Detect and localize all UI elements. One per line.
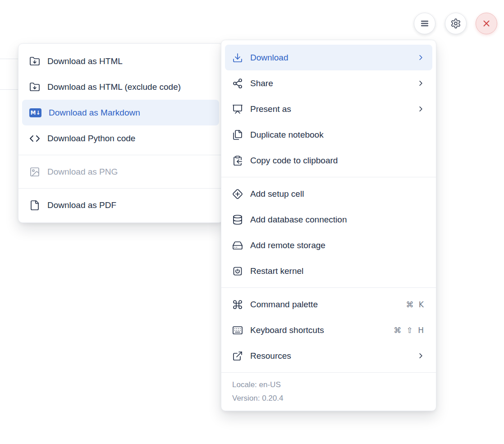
menu-item-duplicate-notebook[interactable]: Duplicate notebook: [221, 122, 436, 148]
menu-separator: [221, 177, 436, 177]
power-square-icon: [232, 266, 243, 277]
close-icon: [481, 18, 491, 28]
hamburger-menu-button[interactable]: [414, 13, 435, 34]
file-icon: [29, 200, 40, 211]
menu-item-download-as-png: Download as PNG: [18, 159, 223, 185]
menu-footer: Locale: en-US Version: 0.20.4: [221, 373, 436, 411]
menu-item-label: Command palette: [250, 300, 399, 310]
menu-item-label: Add database connection: [250, 215, 425, 225]
menu-item-add-setup-cell[interactable]: Add setup cell: [221, 181, 436, 207]
menu-separator: [221, 287, 436, 288]
chevron-right-icon: [417, 352, 425, 360]
duplicate-files-icon: [232, 130, 243, 140]
chevron-right-icon: [417, 105, 425, 113]
menu-item-label: Download: [250, 53, 409, 63]
menu-item-label: Download as HTML (exclude code): [47, 82, 212, 92]
locale-text: Locale: en-US: [232, 378, 425, 392]
menu-item-restart-kernel[interactable]: Restart kernel: [221, 258, 436, 284]
menu-item-share[interactable]: Share: [221, 70, 436, 96]
menu-item-download-python-code[interactable]: Download Python code: [18, 125, 223, 151]
command-icon: [232, 299, 243, 310]
menu-separator: [18, 155, 223, 155]
keyboard-icon: [232, 325, 243, 336]
menu-item-label: Download Python code: [47, 134, 212, 143]
menu-item-label: Add remote storage: [250, 240, 425, 250]
close-button[interactable]: [476, 13, 497, 34]
menu-item-label: Duplicate notebook: [250, 130, 425, 140]
menu-item-label: Copy code to clipboard: [250, 156, 425, 166]
menu-item-add-database-connection[interactable]: Add database connection: [221, 207, 436, 232]
folder-down-icon: [29, 56, 40, 67]
menu-item-label: Download as HTML: [47, 56, 212, 66]
database-icon: [232, 214, 243, 225]
menu-item-add-remote-storage[interactable]: Add remote storage: [221, 232, 436, 258]
code-icon: [29, 133, 40, 144]
menu-item-copy-code-to-clipboard[interactable]: Copy code to clipboard: [221, 148, 436, 173]
menu-item-download[interactable]: Download: [225, 45, 432, 70]
external-link-icon: [232, 351, 243, 361]
menu-item-present-as[interactable]: Present as: [221, 96, 436, 122]
menu-item-label: Keyboard shortcuts: [250, 325, 386, 335]
download-submenu: Download as HTML Download as HTML (exclu…: [18, 43, 223, 223]
menu-item-keyboard-shortcuts[interactable]: Keyboard shortcuts ⌘ ⇧ H: [221, 317, 436, 343]
markdown-icon: M↓: [29, 108, 41, 117]
menu-item-download-as-pdf[interactable]: Download as PDF: [18, 192, 223, 218]
chevron-right-icon: [417, 53, 425, 62]
menu-item-download-as-markdown[interactable]: M↓ Download as Markdown: [22, 100, 219, 125]
menu-item-label: Resources: [250, 351, 409, 361]
image-icon: [29, 166, 40, 177]
menu-item-label: Present as: [250, 104, 409, 114]
folder-down-icon: [29, 82, 40, 92]
download-icon: [232, 52, 243, 63]
menu-item-download-as-html[interactable]: Download as HTML: [18, 48, 223, 74]
menu-item-label: Download as PNG: [47, 167, 212, 177]
hard-drive-icon: [232, 240, 243, 251]
share-icon: [232, 78, 243, 89]
shortcut-hint: ⌘ K: [406, 300, 425, 309]
menu-separator: [18, 188, 223, 189]
diamond-plus-icon: [232, 189, 243, 199]
menu-item-label: Restart kernel: [250, 266, 425, 276]
background-rule-line: [0, 59, 18, 59]
shortcut-hint: ⌘ ⇧ H: [394, 326, 425, 335]
menu-item-command-palette[interactable]: Command palette ⌘ K: [221, 291, 436, 317]
hamburger-menu-icon: [419, 18, 430, 29]
presentation-icon: [232, 104, 243, 115]
menu-item-download-as-html-exclude-code[interactable]: Download as HTML (exclude code): [18, 74, 223, 100]
notebook-actions-menu: Download Share Present as Duplicate note…: [221, 40, 436, 411]
menu-item-label: Download as PDF: [47, 200, 212, 210]
menu-item-label: Share: [250, 79, 409, 88]
menu-item-resources[interactable]: Resources: [221, 343, 436, 369]
menu-item-label: Add setup cell: [250, 189, 425, 199]
clipboard-copy-icon: [232, 155, 243, 166]
background-rule-line: [0, 89, 18, 90]
gear-icon: [450, 18, 461, 29]
menu-item-label: Download as Markdown: [49, 108, 212, 118]
version-text: Version: 0.20.4: [232, 392, 425, 405]
chevron-right-icon: [417, 79, 425, 88]
settings-button[interactable]: [445, 13, 467, 34]
